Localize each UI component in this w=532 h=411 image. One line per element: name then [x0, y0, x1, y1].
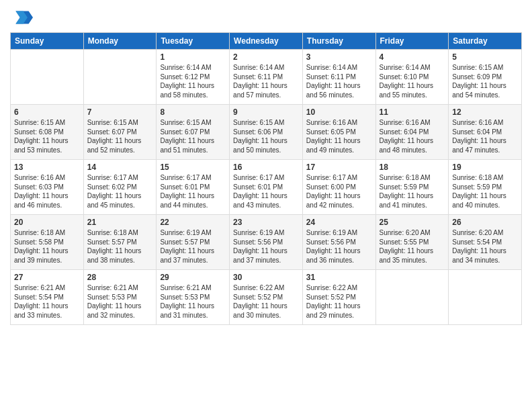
week-row: 27Sunrise: 6:21 AM Sunset: 5:54 PM Dayli… — [11, 270, 522, 325]
day-number: 8 — [160, 107, 226, 117]
day-of-week-tuesday: Tuesday — [157, 33, 230, 50]
day-number: 12 — [452, 107, 518, 117]
calendar-cell: 24Sunrise: 6:19 AM Sunset: 5:56 PM Dayli… — [302, 215, 375, 270]
day-info: Sunrise: 6:20 AM Sunset: 5:55 PM Dayligh… — [380, 228, 445, 265]
day-number: 3 — [306, 52, 372, 62]
day-info: Sunrise: 6:19 AM Sunset: 5:57 PM Dayligh… — [160, 228, 226, 265]
day-of-week-sunday: Sunday — [11, 33, 84, 50]
day-number: 1 — [160, 52, 226, 62]
day-number: 29 — [160, 273, 226, 282]
day-info: Sunrise: 6:16 AM Sunset: 6:04 PM Dayligh… — [452, 118, 518, 154]
day-info: Sunrise: 6:18 AM Sunset: 5:58 PM Dayligh… — [14, 228, 80, 265]
calendar-cell: 28Sunrise: 6:21 AM Sunset: 5:53 PM Dayli… — [83, 270, 157, 325]
day-of-week-friday: Friday — [375, 33, 449, 50]
day-number: 26 — [452, 218, 518, 227]
calendar-cell: 19Sunrise: 6:18 AM Sunset: 5:59 PM Dayli… — [449, 160, 522, 215]
day-number: 6 — [14, 107, 80, 117]
day-info: Sunrise: 6:17 AM Sunset: 6:00 PM Dayligh… — [306, 173, 372, 210]
day-info: Sunrise: 6:17 AM Sunset: 6:02 PM Dayligh… — [87, 173, 153, 210]
day-info: Sunrise: 6:21 AM Sunset: 5:53 PM Dayligh… — [87, 283, 153, 320]
day-number: 30 — [233, 273, 299, 282]
day-number: 13 — [14, 163, 80, 172]
calendar-cell: 8Sunrise: 6:15 AM Sunset: 6:07 PM Daylig… — [157, 105, 230, 160]
day-info: Sunrise: 6:22 AM Sunset: 5:52 PM Dayligh… — [233, 283, 299, 320]
day-number: 18 — [380, 163, 445, 172]
day-number: 16 — [233, 163, 299, 172]
day-info: Sunrise: 6:14 AM Sunset: 6:11 PM Dayligh… — [233, 63, 299, 99]
calendar-cell: 10Sunrise: 6:16 AM Sunset: 6:05 PM Dayli… — [302, 105, 375, 160]
calendar-cell — [449, 270, 522, 325]
calendar-cell: 3Sunrise: 6:14 AM Sunset: 6:11 PM Daylig… — [302, 50, 375, 105]
day-info: Sunrise: 6:14 AM Sunset: 6:11 PM Dayligh… — [306, 63, 372, 99]
week-row: 13Sunrise: 6:16 AM Sunset: 6:03 PM Dayli… — [11, 160, 522, 215]
day-number: 24 — [306, 218, 372, 227]
day-info: Sunrise: 6:19 AM Sunset: 5:56 PM Dayligh… — [306, 228, 372, 265]
week-row: 6Sunrise: 6:15 AM Sunset: 6:08 PM Daylig… — [11, 105, 522, 160]
day-of-week-thursday: Thursday — [302, 33, 375, 50]
day-number: 15 — [160, 163, 226, 172]
calendar-cell: 1Sunrise: 6:14 AM Sunset: 6:12 PM Daylig… — [157, 50, 230, 105]
header — [10, 7, 522, 28]
day-of-week-saturday: Saturday — [449, 33, 522, 50]
calendar-cell: 31Sunrise: 6:22 AM Sunset: 5:52 PM Dayli… — [302, 270, 375, 325]
day-info: Sunrise: 6:15 AM Sunset: 6:07 PM Dayligh… — [87, 118, 153, 154]
week-row: 20Sunrise: 6:18 AM Sunset: 5:58 PM Dayli… — [11, 215, 522, 270]
generalblue-icon — [11, 7, 33, 28]
calendar-cell: 5Sunrise: 6:15 AM Sunset: 6:09 PM Daylig… — [449, 50, 522, 105]
day-of-week-wednesday: Wednesday — [230, 33, 303, 50]
calendar-cell: 17Sunrise: 6:17 AM Sunset: 6:00 PM Dayli… — [302, 160, 375, 215]
logo — [10, 7, 33, 28]
day-info: Sunrise: 6:21 AM Sunset: 5:54 PM Dayligh… — [14, 283, 80, 320]
days-of-week-row: SundayMondayTuesdayWednesdayThursdayFrid… — [11, 33, 522, 50]
day-number: 17 — [306, 163, 372, 172]
day-info: Sunrise: 6:16 AM Sunset: 6:04 PM Dayligh… — [380, 118, 445, 154]
day-info: Sunrise: 6:21 AM Sunset: 5:53 PM Dayligh… — [160, 283, 226, 320]
calendar-cell: 20Sunrise: 6:18 AM Sunset: 5:58 PM Dayli… — [11, 215, 84, 270]
calendar-cell: 15Sunrise: 6:17 AM Sunset: 6:01 PM Dayli… — [157, 160, 230, 215]
calendar-header: SundayMondayTuesdayWednesdayThursdayFrid… — [11, 33, 522, 50]
day-info: Sunrise: 6:15 AM Sunset: 6:07 PM Dayligh… — [160, 118, 226, 154]
calendar-cell: 13Sunrise: 6:16 AM Sunset: 6:03 PM Dayli… — [11, 160, 84, 215]
calendar-body: 1Sunrise: 6:14 AM Sunset: 6:12 PM Daylig… — [11, 50, 522, 325]
calendar-cell: 18Sunrise: 6:18 AM Sunset: 5:59 PM Dayli… — [375, 160, 449, 215]
calendar-cell: 29Sunrise: 6:21 AM Sunset: 5:53 PM Dayli… — [157, 270, 230, 325]
day-number: 23 — [233, 218, 299, 227]
day-number: 25 — [380, 218, 445, 227]
day-info: Sunrise: 6:15 AM Sunset: 6:08 PM Dayligh… — [14, 118, 80, 154]
day-number: 11 — [380, 107, 445, 117]
calendar-cell: 12Sunrise: 6:16 AM Sunset: 6:04 PM Dayli… — [449, 105, 522, 160]
calendar-cell: 2Sunrise: 6:14 AM Sunset: 6:11 PM Daylig… — [230, 50, 303, 105]
week-row: 1Sunrise: 6:14 AM Sunset: 6:12 PM Daylig… — [11, 50, 522, 105]
day-number: 2 — [233, 52, 299, 62]
calendar-cell: 30Sunrise: 6:22 AM Sunset: 5:52 PM Dayli… — [230, 270, 303, 325]
calendar-cell: 6Sunrise: 6:15 AM Sunset: 6:08 PM Daylig… — [11, 105, 84, 160]
day-number: 19 — [452, 163, 518, 172]
calendar-cell — [375, 270, 449, 325]
day-info: Sunrise: 6:17 AM Sunset: 6:01 PM Dayligh… — [233, 173, 299, 210]
day-number: 20 — [14, 218, 80, 227]
day-number: 27 — [14, 273, 80, 282]
calendar-cell: 27Sunrise: 6:21 AM Sunset: 5:54 PM Dayli… — [11, 270, 84, 325]
day-info: Sunrise: 6:15 AM Sunset: 6:06 PM Dayligh… — [233, 118, 299, 154]
calendar-cell: 9Sunrise: 6:15 AM Sunset: 6:06 PM Daylig… — [230, 105, 303, 160]
day-info: Sunrise: 6:14 AM Sunset: 6:12 PM Dayligh… — [160, 63, 226, 99]
calendar-cell — [83, 50, 157, 105]
day-info: Sunrise: 6:14 AM Sunset: 6:10 PM Dayligh… — [380, 63, 445, 99]
day-number: 22 — [160, 218, 226, 227]
day-info: Sunrise: 6:18 AM Sunset: 5:57 PM Dayligh… — [87, 228, 153, 265]
day-info: Sunrise: 6:16 AM Sunset: 6:03 PM Dayligh… — [14, 173, 80, 210]
day-info: Sunrise: 6:18 AM Sunset: 5:59 PM Dayligh… — [380, 173, 445, 210]
day-number: 5 — [452, 52, 518, 62]
calendar-cell: 21Sunrise: 6:18 AM Sunset: 5:57 PM Dayli… — [83, 215, 157, 270]
calendar-cell: 14Sunrise: 6:17 AM Sunset: 6:02 PM Dayli… — [83, 160, 157, 215]
day-number: 14 — [87, 163, 153, 172]
page: SundayMondayTuesdayWednesdayThursdayFrid… — [0, 0, 532, 411]
day-info: Sunrise: 6:18 AM Sunset: 5:59 PM Dayligh… — [452, 173, 518, 210]
calendar-cell: 23Sunrise: 6:19 AM Sunset: 5:56 PM Dayli… — [230, 215, 303, 270]
calendar-cell: 11Sunrise: 6:16 AM Sunset: 6:04 PM Dayli… — [375, 105, 449, 160]
calendar-cell — [11, 50, 84, 105]
day-number: 31 — [306, 273, 372, 282]
calendar-cell: 22Sunrise: 6:19 AM Sunset: 5:57 PM Dayli… — [157, 215, 230, 270]
day-number: 7 — [87, 107, 153, 117]
day-info: Sunrise: 6:20 AM Sunset: 5:54 PM Dayligh… — [452, 228, 518, 265]
